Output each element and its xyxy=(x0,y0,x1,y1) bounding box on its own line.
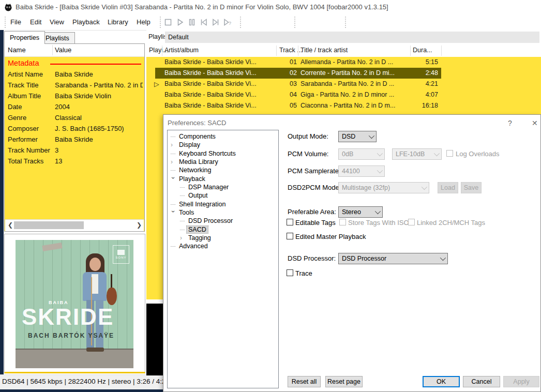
tree-item-output[interactable]: Output xyxy=(168,191,291,200)
chevron-down-icon[interactable]: › xyxy=(171,210,175,215)
column-header-name[interactable]: Name xyxy=(8,46,26,54)
tree-item-sacd[interactable]: SACD xyxy=(168,225,291,234)
preferable-area-select[interactable]: Stereo xyxy=(338,206,383,218)
close-icon[interactable]: ✕ xyxy=(529,118,541,128)
next-button[interactable] xyxy=(210,17,221,27)
column-header-artist-album[interactable]: Artist/album xyxy=(164,47,199,54)
tab-properties[interactable]: Properties xyxy=(4,31,45,44)
chevron-down-icon xyxy=(369,133,374,139)
album-art-tshirt xyxy=(92,274,98,294)
previous-icon xyxy=(199,18,208,27)
toolbar-grip[interactable] xyxy=(4,17,6,28)
property-name: Track Title xyxy=(8,81,38,89)
property-row[interactable]: Date2004 xyxy=(5,101,144,112)
menu-view[interactable]: View xyxy=(47,17,67,27)
chevron-right-icon[interactable]: › xyxy=(171,160,175,164)
tree-item-media-library[interactable]: ›Media Library xyxy=(168,158,281,166)
reset-page-button[interactable]: Reset page xyxy=(325,376,363,387)
trace-checkbox[interactable] xyxy=(287,269,293,276)
property-row[interactable]: Album TitleBaiba Skride Violin xyxy=(5,91,144,101)
editable-tags-checkbox[interactable] xyxy=(287,219,293,225)
play-button[interactable] xyxy=(174,17,186,27)
scrollbar-thumb[interactable] xyxy=(14,221,84,229)
column-header-duration[interactable]: Dura... xyxy=(413,47,432,54)
toolbar-grip[interactable] xyxy=(159,17,161,28)
dsd-processor-select[interactable]: DSD Processor xyxy=(338,253,448,264)
title-bar: Baiba Skride - [Baiba Skride Violin #03]… xyxy=(0,0,541,14)
load-button: Load xyxy=(438,182,458,193)
column-divider[interactable] xyxy=(162,46,162,56)
stop-button[interactable] xyxy=(162,17,174,27)
property-row[interactable]: Total Tracks13 xyxy=(5,156,144,167)
tree-item-advanced[interactable]: Advanced xyxy=(168,242,281,250)
horizontal-scrollbar[interactable]: ❮ ❯ xyxy=(5,219,144,231)
chevron-right-icon[interactable]: › xyxy=(180,236,185,240)
cell-duration: 2:48 xyxy=(411,69,438,77)
chevron-down-icon[interactable]: › xyxy=(171,177,175,182)
property-row[interactable]: Artist NameBaiba Skride xyxy=(5,69,144,80)
play-icon xyxy=(175,18,185,27)
property-row[interactable]: Track Number3 xyxy=(5,145,144,156)
metadata-group-row[interactable]: Metadata xyxy=(5,58,144,69)
tree-item-playback[interactable]: ›Playback xyxy=(168,175,281,183)
playlist-row[interactable]: Baiba Skride - Baiba Skride Vi... 01 All… xyxy=(146,57,541,68)
log-overloads-checkbox xyxy=(446,150,453,157)
tree-item-tagging[interactable]: ›Tagging xyxy=(168,234,291,242)
ok-button[interactable]: OK xyxy=(423,376,460,387)
toolbar-grip[interactable] xyxy=(344,17,347,28)
chevron-right-icon[interactable]: › xyxy=(171,143,175,147)
playlist-selector-value: Default xyxy=(168,34,189,41)
property-row[interactable]: GenreClassical xyxy=(5,112,144,123)
playlist-selector[interactable]: Default xyxy=(165,32,539,43)
property-value: 13 xyxy=(55,157,143,165)
menu-edit[interactable]: Edit xyxy=(27,17,44,27)
property-row[interactable]: PerformerBaiba Skride xyxy=(5,134,144,145)
tree-item-keyboard-shortcuts[interactable]: Keyboard Shortcuts xyxy=(168,149,281,158)
output-mode-select[interactable]: DSD xyxy=(338,131,377,142)
column-header-track[interactable]: Track ... xyxy=(279,47,303,54)
property-row[interactable]: Track TitleSarabanda - Partita No. 2 in … xyxy=(5,80,144,91)
metadata-group-label: Metadata xyxy=(8,59,39,67)
tree-item-components[interactable]: Components xyxy=(168,132,281,141)
playlist-row[interactable]: Baiba Skride - Baiba Skride Vi... 05 Cia… xyxy=(146,100,541,111)
cancel-button[interactable]: Cancel xyxy=(463,376,500,387)
column-divider[interactable] xyxy=(52,45,53,55)
scroll-right-icon[interactable]: ❯ xyxy=(137,221,142,229)
toolbar-grip[interactable] xyxy=(239,17,242,28)
status-text: DSD64 | 5645 kbps | 2822400 Hz | stereo … xyxy=(2,378,170,385)
edited-master-checkbox[interactable] xyxy=(287,233,293,239)
toolbar-grip[interactable] xyxy=(294,17,296,28)
playlist-row[interactable]: Baiba Skride - Baiba Skride Vi... 04 Gig… xyxy=(146,89,541,100)
column-header-title[interactable]: Title / track artist xyxy=(300,47,348,54)
reset-all-button[interactable]: Reset all xyxy=(288,376,321,387)
playback-order-button[interactable]: ? xyxy=(222,17,233,27)
column-divider[interactable] xyxy=(276,46,277,56)
previous-button[interactable] xyxy=(198,17,209,27)
menu-file[interactable]: File xyxy=(7,17,24,27)
help-icon[interactable]: ? xyxy=(505,118,515,128)
tree-item-display[interactable]: ›Display xyxy=(168,141,281,149)
playlist-row-playing[interactable]: ▷ Baiba Skride - Baiba Skride Vi... 03 S… xyxy=(146,79,541,89)
column-divider[interactable] xyxy=(441,46,442,56)
property-value: 2004 xyxy=(55,103,143,111)
menu-library[interactable]: Library xyxy=(104,17,131,27)
linked-tags-checkbox xyxy=(408,219,415,225)
preferences-dialog: Preferences: SACD ? ✕ Components ›Displa… xyxy=(163,114,541,392)
column-divider[interactable] xyxy=(410,46,411,56)
cell-track-number: 01 xyxy=(278,58,297,66)
preferences-tree: Components ›Display Keyboard Shortcuts ›… xyxy=(167,130,279,388)
column-header-value[interactable]: Value xyxy=(55,46,71,54)
menu-playback[interactable]: Playback xyxy=(69,17,103,27)
tree-item-dsp-manager[interactable]: DSP Manager xyxy=(168,183,291,191)
playlist-row-selected[interactable]: Baiba Skride - Baiba Skride Vi... 02 Cor… xyxy=(146,68,541,79)
tree-item-tools[interactable]: ›Tools xyxy=(168,208,281,217)
tree-item-dsd-processor[interactable]: DSD Processor xyxy=(168,217,291,225)
tree-item-shell-integration[interactable]: Shell Integration xyxy=(168,200,281,208)
property-row[interactable]: ComposerJ. S. Bach (1685-1750) xyxy=(5,123,144,134)
pause-button[interactable] xyxy=(186,17,198,27)
scroll-left-icon[interactable]: ❮ xyxy=(8,221,13,229)
column-divider[interactable] xyxy=(298,46,298,56)
tab-playlists[interactable]: Playlists xyxy=(40,32,75,44)
menu-help[interactable]: Help xyxy=(133,17,154,27)
tree-item-networking[interactable]: Networking xyxy=(168,166,281,174)
